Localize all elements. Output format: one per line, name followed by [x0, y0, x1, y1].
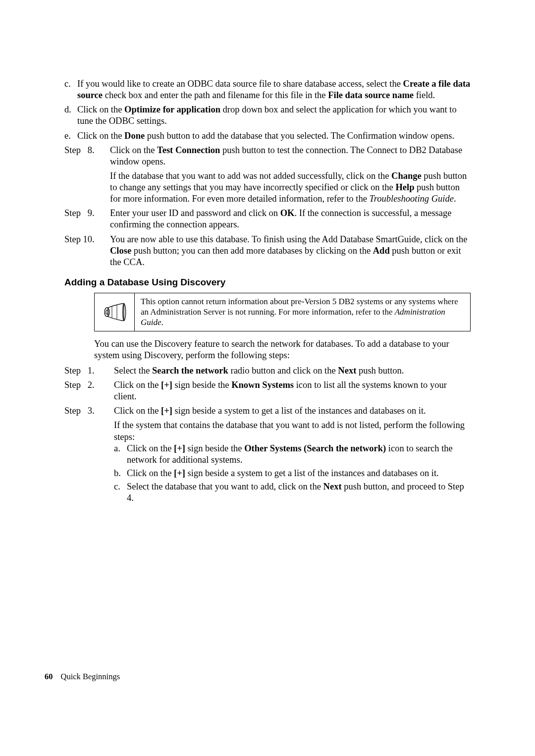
list-item: b. Click on the [+] sign beside a system…: [114, 468, 471, 479]
list-body: Click on the [+] sign beside a system to…: [127, 468, 471, 479]
list-marker: d.: [64, 104, 77, 127]
bullhorn-icon: [102, 303, 127, 321]
list-item: e. Click on the Done push button to add …: [64, 130, 471, 142]
step-marker: Step 9.: [64, 208, 110, 230]
page-footer: 60Quick Beginnings: [45, 672, 120, 682]
svg-point-0: [105, 308, 109, 317]
note-box: This option cannot return information ab…: [94, 293, 471, 331]
page-number: 60: [45, 672, 53, 681]
list-body: Click on the Done push button to add the…: [77, 130, 471, 142]
step-body: Click on the Test Connection push button…: [110, 145, 471, 205]
list-marker: c.: [114, 481, 127, 504]
list-body: Select the database that you want to add…: [127, 481, 471, 504]
list-marker: b.: [114, 468, 127, 479]
list-item: Step 9. Enter your user ID and password …: [64, 208, 471, 230]
running-head: Quick Beginnings: [61, 672, 120, 681]
list-item: c. If you would like to create an ODBC d…: [64, 78, 471, 101]
step-body: You are now able to use this database. T…: [110, 234, 471, 268]
list-marker: c.: [64, 78, 77, 101]
list-item: Step 2. Click on the [+] sign beside the…: [64, 379, 471, 402]
list-body: Click on the Optimize for application dr…: [77, 104, 471, 127]
list-item: Step 1. Select the Search the network ra…: [64, 365, 471, 377]
list-marker: a.: [114, 443, 127, 466]
list-body: Click on the [+] sign beside the Other S…: [127, 443, 471, 466]
list-item: a. Click on the [+] sign beside the Othe…: [114, 443, 471, 466]
section-heading: Adding a Database Using Discovery: [64, 277, 471, 288]
list-item: Step 3. Click on the [+] sign beside a s…: [64, 405, 471, 506]
step-marker: Step 2.: [64, 379, 114, 402]
list-marker: e.: [64, 130, 77, 142]
step-body: Enter your user ID and password and clic…: [110, 208, 471, 230]
step-marker: Step 3.: [64, 405, 114, 506]
step-body: Click on the [+] sign beside a system to…: [114, 405, 471, 506]
note-text: This option cannot return information ab…: [135, 293, 470, 331]
intro-paragraph: You can use the Discovery feature to sea…: [94, 338, 471, 361]
list-item: Step 10. You are now able to use this da…: [64, 234, 471, 268]
list-item: d. Click on the Optimize for application…: [64, 104, 471, 127]
step-marker: Step 10.: [64, 234, 110, 268]
list-item: c. Select the database that you want to …: [114, 481, 471, 504]
step-marker: Step 8.: [64, 145, 110, 205]
list-body: If you would like to create an ODBC data…: [77, 78, 471, 101]
note-icon-cell: [95, 293, 135, 331]
step-marker: Step 1.: [64, 365, 114, 377]
step-body: Select the Search the network radio butt…: [114, 365, 471, 377]
list-item: Step 8. Click on the Test Connection pus…: [64, 145, 471, 205]
step-body: Click on the [+] sign beside the Known S…: [114, 379, 471, 402]
